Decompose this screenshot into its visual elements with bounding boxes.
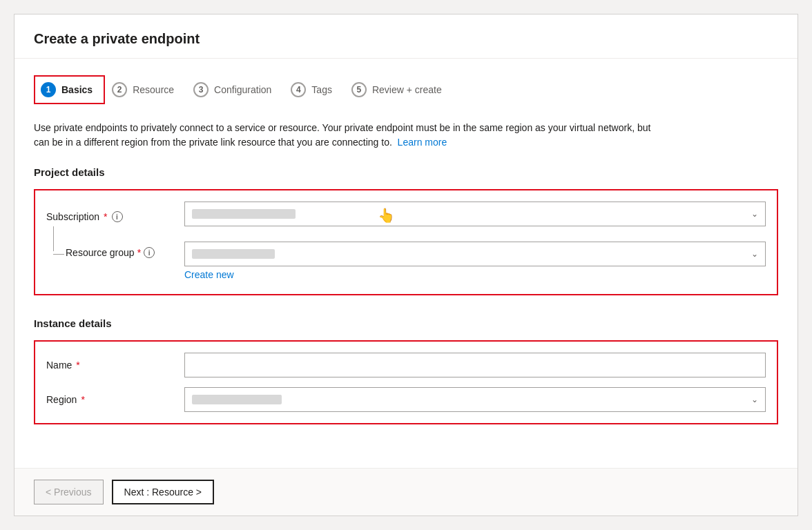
resource-group-indent: Resource group * i: [46, 247, 155, 258]
tab-basics[interactable]: 1 Basics: [34, 75, 105, 104]
name-row: Name *: [46, 353, 766, 377]
region-label-col: Region *: [46, 394, 184, 405]
resource-group-row: Resource group * i ⌄ Create new: [46, 242, 766, 280]
tab-resource-label: Resource: [133, 84, 174, 95]
resource-group-label-col: Resource group * i: [46, 242, 184, 258]
tab-resource-number: 2: [112, 82, 127, 97]
description-text: Use private endpoints to privately conne…: [34, 121, 655, 150]
wizard-tabs: 1 Basics 2 Resource 3 Configuration 4 Ta…: [34, 75, 778, 104]
project-details-header: Project details: [34, 166, 778, 178]
footer: < Previous Next : Resource >: [14, 468, 798, 516]
name-control: [184, 353, 766, 377]
rg-required: *: [137, 247, 141, 258]
subscription-row: Subscription * i ⌄ 👆: [46, 202, 766, 232]
subscription-label: Subscription: [46, 211, 99, 222]
name-label-col: Name *: [46, 360, 184, 371]
tab-basics-label: Basics: [61, 84, 93, 95]
tab-tags[interactable]: 4 Tags: [284, 75, 345, 104]
rg-info-icon[interactable]: i: [144, 247, 155, 258]
subscription-dropdown[interactable]: ⌄: [184, 202, 766, 226]
tab-review-label: Review + create: [372, 84, 442, 95]
next-button[interactable]: Next : Resource >: [112, 480, 214, 504]
rg-chevron: ⌄: [751, 249, 758, 259]
subscription-value: [192, 209, 296, 219]
region-chevron: ⌄: [751, 395, 758, 404]
tab-basics-number: 1: [41, 82, 56, 97]
subscription-chevron: ⌄: [751, 209, 758, 219]
project-details-section: Project details Subscription * i ⌄: [34, 166, 778, 295]
next-label: Next : Resource >: [124, 487, 202, 498]
resource-group-value: [192, 249, 275, 259]
learn-more-link[interactable]: Learn more: [398, 137, 447, 148]
tab-tags-number: 4: [291, 82, 306, 97]
region-required: *: [81, 394, 84, 405]
tab-review-number: 5: [351, 82, 367, 97]
region-label: Region: [46, 394, 77, 405]
region-dropdown[interactable]: ⌄: [184, 387, 766, 412]
indent-horizontal: [53, 254, 64, 255]
subscription-label-col: Subscription * i: [46, 211, 184, 222]
name-label: Name: [46, 360, 72, 371]
subscription-control: ⌄ 👆: [184, 202, 766, 232]
project-details-box: Subscription * i ⌄ 👆: [34, 189, 778, 295]
page-title: Create a private endpoint: [34, 31, 778, 47]
previous-button[interactable]: < Previous: [34, 480, 104, 504]
rg-label: Resource group: [66, 247, 135, 258]
instance-details-box: Name * Region *: [34, 340, 778, 424]
tab-resource[interactable]: 2 Resource: [105, 75, 186, 104]
region-control: ⌄: [184, 387, 766, 412]
description-content: Use private endpoints to privately conne…: [34, 122, 650, 148]
tab-configuration-label: Configuration: [214, 84, 271, 95]
content-area: 1 Basics 2 Resource 3 Configuration 4 Ta…: [14, 59, 798, 468]
tab-review-create[interactable]: 5 Review + create: [345, 75, 454, 104]
instance-details-header: Instance details: [34, 317, 778, 329]
tab-configuration[interactable]: 3 Configuration: [186, 75, 284, 104]
indent-vertical: [53, 226, 54, 251]
create-new-link[interactable]: Create new: [184, 269, 766, 280]
region-value: [192, 395, 282, 404]
tab-tags-label: Tags: [311, 84, 332, 95]
region-row: Region * ⌄: [46, 387, 766, 412]
name-required: *: [76, 360, 79, 371]
resource-group-dropdown[interactable]: ⌄: [184, 242, 766, 266]
resource-group-label-text: Resource group * i: [66, 247, 155, 258]
name-input[interactable]: [184, 353, 766, 377]
subscription-info-icon[interactable]: i: [112, 211, 123, 222]
subscription-required: *: [104, 211, 107, 222]
instance-details-section: Instance details Name * Region: [34, 317, 778, 424]
page-header: Create a private endpoint: [14, 14, 798, 59]
previous-label: < Previous: [46, 487, 92, 498]
tab-configuration-number: 3: [193, 82, 209, 97]
resource-group-control: ⌄ Create new: [184, 242, 766, 280]
